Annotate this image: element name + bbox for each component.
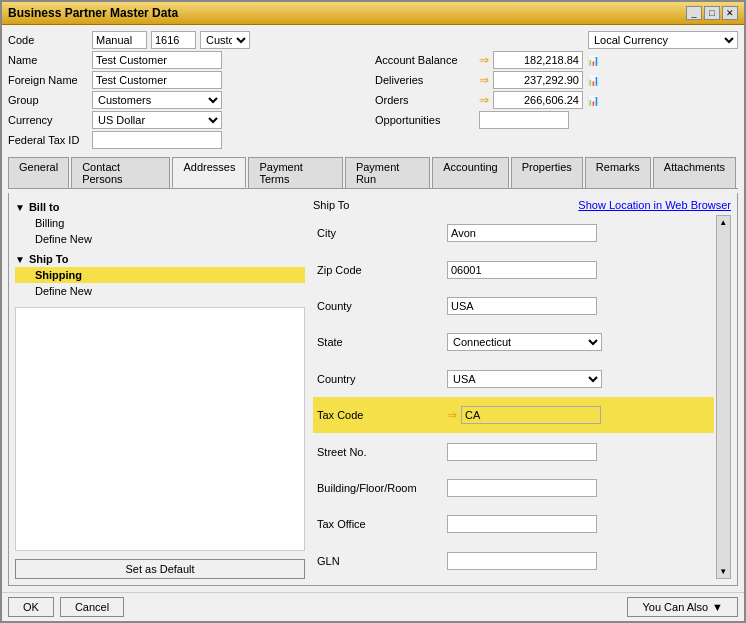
close-button[interactable]: ✕ (722, 6, 738, 20)
zip-input[interactable] (447, 261, 597, 279)
gln-value-cell (443, 543, 714, 579)
bill-to-label: Bill to (29, 201, 60, 213)
tab-general[interactable]: General (8, 157, 69, 188)
customer-type-select[interactable]: Customer (200, 31, 250, 49)
left-panel: ▼ Bill to Billing Define New ▼ Ship To S… (15, 199, 305, 579)
ship-to-header[interactable]: ▼ Ship To (15, 251, 305, 267)
ship-to-section: ▼ Ship To Shipping Define New (15, 251, 305, 299)
deliveries-input[interactable] (493, 71, 583, 89)
tab-addresses[interactable]: Addresses (172, 157, 246, 188)
right-panel-container: Ship To Show Location in Web Browser Cit… (305, 199, 731, 579)
bill-to-header[interactable]: ▼ Bill to (15, 199, 305, 215)
tab-remarks[interactable]: Remarks (585, 157, 651, 188)
minimize-button[interactable]: _ (686, 6, 702, 20)
group-label: Group (8, 94, 88, 106)
account-balance-chart-icon[interactable]: 📊 (587, 55, 599, 66)
country-select[interactable]: USA (447, 370, 602, 388)
tax-code-value-container: ⇒ (447, 406, 710, 424)
country-value-cell: USA (443, 361, 714, 397)
right-header: Local Currency Account Balance ⇒ 📊 Deliv… (375, 31, 738, 149)
tab-payment-terms[interactable]: Payment Terms (248, 157, 342, 188)
content-area: Code Customer Name Foreign Name (2, 25, 744, 592)
name-input[interactable] (92, 51, 222, 69)
window-controls: _ □ ✕ (686, 6, 738, 20)
city-input[interactable] (447, 224, 597, 242)
foreign-name-input[interactable] (92, 71, 222, 89)
county-input[interactable] (447, 297, 597, 315)
currency-select[interactable]: US Dollar (92, 111, 222, 129)
code-type-input[interactable] (92, 31, 147, 49)
opportunities-row: Opportunities (375, 111, 738, 129)
federal-tax-row: Federal Tax ID (8, 131, 371, 149)
billing-item[interactable]: Billing (15, 215, 305, 231)
state-label-cell: State (313, 324, 443, 360)
deliveries-row: Deliveries ⇒ 📊 (375, 71, 738, 89)
shipping-item[interactable]: Shipping (15, 267, 305, 283)
deliveries-arrow-icon: ⇒ (479, 73, 489, 87)
tax-office-value-cell (443, 506, 714, 542)
currency-label: Currency (8, 114, 88, 126)
state-row: State Connecticut (313, 324, 714, 360)
code-label: Code (8, 34, 88, 46)
account-balance-label: Account Balance (375, 54, 475, 66)
you-can-also-button[interactable]: You Can Also ▼ (627, 597, 738, 617)
detail-scrollbar[interactable]: ▲ ▼ (716, 215, 731, 579)
code-row: Code Customer (8, 31, 371, 49)
ship-to-detail-header: Ship To Show Location in Web Browser (313, 199, 731, 211)
code-value-input[interactable] (151, 31, 196, 49)
orders-row: Orders ⇒ 📊 (375, 91, 738, 109)
footer: OK Cancel You Can Also ▼ (2, 592, 744, 621)
tab-attachments[interactable]: Attachments (653, 157, 736, 188)
tab-contact-persons[interactable]: Contact Persons (71, 157, 170, 188)
cancel-button[interactable]: Cancel (60, 597, 124, 617)
local-currency-row: Local Currency (375, 31, 738, 49)
maximize-button[interactable]: □ (704, 6, 720, 20)
name-label: Name (8, 54, 88, 66)
country-label-cell: Country (313, 361, 443, 397)
state-value-container: Connecticut (447, 333, 710, 351)
footer-left: OK Cancel (8, 597, 124, 617)
foreign-name-label: Foreign Name (8, 74, 88, 86)
tax-code-input[interactable] (461, 406, 601, 424)
deliveries-chart-icon[interactable]: 📊 (587, 75, 599, 86)
federal-tax-input[interactable] (92, 131, 222, 149)
scroll-down-button[interactable]: ▼ (717, 565, 729, 578)
tab-accounting[interactable]: Accounting (432, 157, 508, 188)
main-window: Business Partner Master Data _ □ ✕ Code … (0, 0, 746, 623)
street-input[interactable] (447, 443, 597, 461)
gln-input[interactable] (447, 552, 597, 570)
scroll-up-button[interactable]: ▲ (717, 216, 729, 229)
left-header: Code Customer Name Foreign Name (8, 31, 371, 149)
tax-code-arrow-icon: ⇒ (447, 408, 457, 422)
group-select[interactable]: Customers (92, 91, 222, 109)
bill-to-section: ▼ Bill to Billing Define New (15, 199, 305, 247)
orders-chart-icon[interactable]: 📊 (587, 95, 599, 106)
county-label-cell: County (313, 288, 443, 324)
building-input[interactable] (447, 479, 597, 497)
show-location-link[interactable]: Show Location in Web Browser (578, 199, 731, 211)
tax-office-input[interactable] (447, 515, 597, 533)
account-balance-input[interactable] (493, 51, 583, 69)
building-row: Building/Floor/Room (313, 470, 714, 506)
orders-arrow-icon: ⇒ (479, 93, 489, 107)
opportunities-input[interactable] (479, 111, 569, 129)
tax-code-row: Tax Code ⇒ (313, 397, 714, 433)
opportunities-label: Opportunities (375, 114, 475, 126)
bill-to-arrow-icon: ▼ (15, 202, 25, 213)
define-new-ship-item[interactable]: Define New (15, 283, 305, 299)
orders-input[interactable] (493, 91, 583, 109)
state-select[interactable]: Connecticut (447, 333, 602, 351)
tab-payment-run[interactable]: Payment Run (345, 157, 430, 188)
foreign-name-row: Foreign Name (8, 71, 371, 89)
define-new-bill-item[interactable]: Define New (15, 231, 305, 247)
local-currency-select[interactable]: Local Currency (588, 31, 738, 49)
ok-button[interactable]: OK (8, 597, 54, 617)
building-label-cell: Building/Floor/Room (313, 470, 443, 506)
address-grid (15, 307, 305, 551)
tabs-row: General Contact Persons Addresses Paymen… (8, 157, 738, 189)
county-value-cell (443, 288, 714, 324)
account-balance-arrow-icon: ⇒ (479, 53, 489, 67)
set-default-button[interactable]: Set as Default (15, 559, 305, 579)
gln-label-cell: GLN (313, 543, 443, 579)
tab-properties[interactable]: Properties (511, 157, 583, 188)
